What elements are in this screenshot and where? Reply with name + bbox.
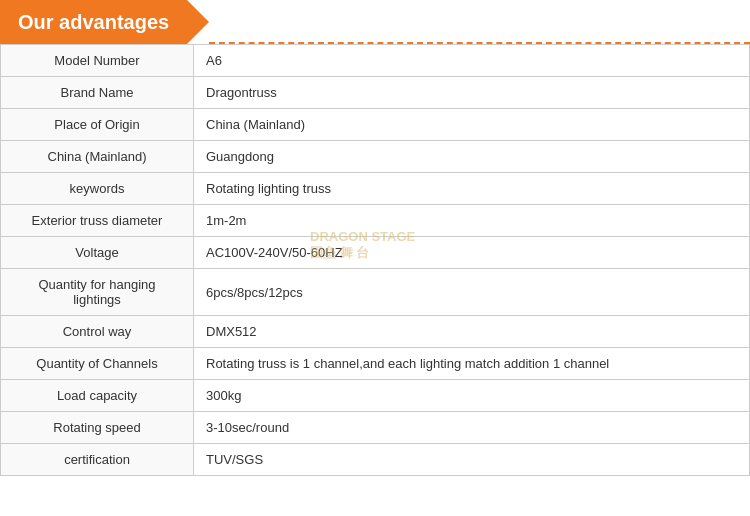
spec-value: DMX512 (194, 316, 750, 348)
spec-value: Rotating lighting truss (194, 173, 750, 205)
spec-value: 6pcs/8pcs/12pcs (194, 269, 750, 316)
spec-value: 1m-2m (194, 205, 750, 237)
spec-label: Voltage (1, 237, 194, 269)
table-row: Load capacity300kg (1, 380, 750, 412)
spec-label: Exterior truss diameter (1, 205, 194, 237)
spec-value: Dragontruss (194, 77, 750, 109)
table-row: Brand NameDragontruss (1, 77, 750, 109)
spec-value: AC100V-240V/50-60HZ (194, 237, 750, 269)
spec-label: keywords (1, 173, 194, 205)
table-row: China (Mainland)Guangdong (1, 141, 750, 173)
spec-label: China (Mainland) (1, 141, 194, 173)
table-row: Place of OriginChina (Mainland) (1, 109, 750, 141)
header-section: Our advantages (0, 0, 750, 44)
table-row: Quantity for hanging lightings6pcs/8pcs/… (1, 269, 750, 316)
page-title: Our advantages (18, 11, 169, 34)
table-row: Rotating speed3-10sec/round (1, 412, 750, 444)
table-row: certificationTUV/SGS (1, 444, 750, 476)
table-row: Model NumberA6 (1, 45, 750, 77)
table-row: Exterior truss diameter1m-2m (1, 205, 750, 237)
spec-label: Rotating speed (1, 412, 194, 444)
spec-label: Quantity of Channels (1, 348, 194, 380)
header-arrow (187, 0, 209, 44)
table-row: Quantity of ChannelsRotating truss is 1 … (1, 348, 750, 380)
specs-table: Model NumberA6Brand NameDragontrussPlace… (0, 44, 750, 476)
spec-value: China (Mainland) (194, 109, 750, 141)
spec-value: 3-10sec/round (194, 412, 750, 444)
table-row: keywordsRotating lighting truss (1, 173, 750, 205)
spec-label: Load capacity (1, 380, 194, 412)
spec-value: TUV/SGS (194, 444, 750, 476)
spec-value: A6 (194, 45, 750, 77)
spec-label: certification (1, 444, 194, 476)
spec-label: Model Number (1, 45, 194, 77)
spec-value: Guangdong (194, 141, 750, 173)
table-row: VoltageAC100V-240V/50-60HZ (1, 237, 750, 269)
main-container: Our advantages Model NumberA6Brand NameD… (0, 0, 750, 476)
spec-label: Control way (1, 316, 194, 348)
table-row: Control wayDMX512 (1, 316, 750, 348)
spec-label: Place of Origin (1, 109, 194, 141)
spec-label: Quantity for hanging lightings (1, 269, 194, 316)
spec-label: Brand Name (1, 77, 194, 109)
header-orange-bg: Our advantages (0, 0, 187, 44)
spec-value: Rotating truss is 1 channel,and each lig… (194, 348, 750, 380)
spec-value: 300kg (194, 380, 750, 412)
table-wrapper: Model NumberA6Brand NameDragontrussPlace… (0, 44, 750, 476)
